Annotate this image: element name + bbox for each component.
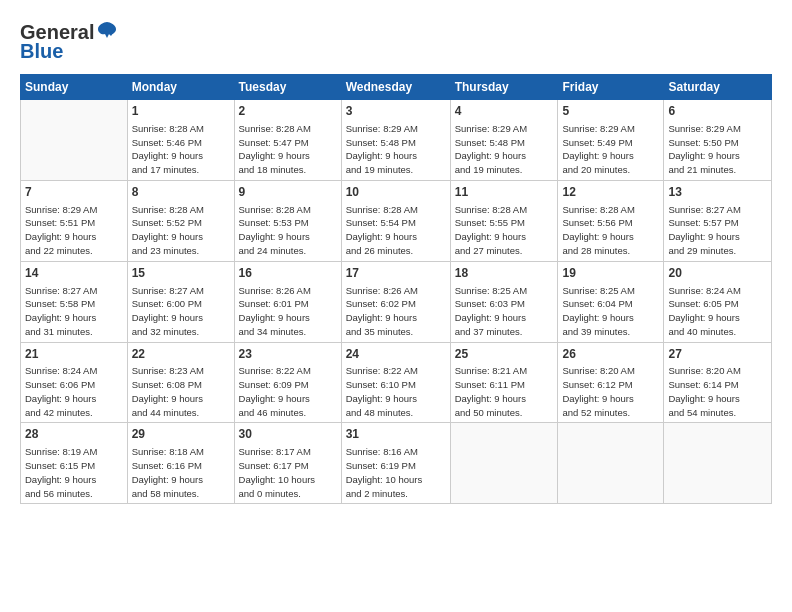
calendar-cell: 8Sunrise: 8:28 AM Sunset: 5:52 PM Daylig… [127,180,234,261]
day-number: 22 [132,346,230,363]
logo-bird-icon [96,20,118,42]
day-number: 2 [239,103,337,120]
day-number: 1 [132,103,230,120]
day-info: Sunrise: 8:29 AM Sunset: 5:49 PM Dayligh… [562,122,659,177]
day-info: Sunrise: 8:26 AM Sunset: 6:01 PM Dayligh… [239,284,337,339]
calendar-cell [21,100,128,181]
calendar-cell: 15Sunrise: 8:27 AM Sunset: 6:00 PM Dayli… [127,261,234,342]
calendar-cell: 16Sunrise: 8:26 AM Sunset: 6:01 PM Dayli… [234,261,341,342]
day-info: Sunrise: 8:26 AM Sunset: 6:02 PM Dayligh… [346,284,446,339]
day-number: 16 [239,265,337,282]
day-number: 17 [346,265,446,282]
day-info: Sunrise: 8:28 AM Sunset: 5:54 PM Dayligh… [346,203,446,258]
calendar-cell [664,423,772,504]
calendar-cell: 14Sunrise: 8:27 AM Sunset: 5:58 PM Dayli… [21,261,128,342]
day-number: 31 [346,426,446,443]
calendar-table: SundayMondayTuesdayWednesdayThursdayFrid… [20,74,772,504]
day-info: Sunrise: 8:22 AM Sunset: 6:10 PM Dayligh… [346,364,446,419]
weekday-header-sunday: Sunday [21,75,128,100]
day-info: Sunrise: 8:29 AM Sunset: 5:50 PM Dayligh… [668,122,767,177]
day-number: 4 [455,103,554,120]
calendar-page: General Blue SundayMondayTuesdayWednesda… [0,0,792,514]
day-info: Sunrise: 8:28 AM Sunset: 5:55 PM Dayligh… [455,203,554,258]
day-number: 19 [562,265,659,282]
day-info: Sunrise: 8:25 AM Sunset: 6:04 PM Dayligh… [562,284,659,339]
day-number: 18 [455,265,554,282]
calendar-cell: 7Sunrise: 8:29 AM Sunset: 5:51 PM Daylig… [21,180,128,261]
day-number: 25 [455,346,554,363]
calendar-cell: 5Sunrise: 8:29 AM Sunset: 5:49 PM Daylig… [558,100,664,181]
calendar-cell: 25Sunrise: 8:21 AM Sunset: 6:11 PM Dayli… [450,342,558,423]
day-info: Sunrise: 8:27 AM Sunset: 6:00 PM Dayligh… [132,284,230,339]
calendar-cell: 31Sunrise: 8:16 AM Sunset: 6:19 PM Dayli… [341,423,450,504]
day-number: 23 [239,346,337,363]
day-number: 29 [132,426,230,443]
day-info: Sunrise: 8:28 AM Sunset: 5:53 PM Dayligh… [239,203,337,258]
day-number: 21 [25,346,123,363]
day-info: Sunrise: 8:25 AM Sunset: 6:03 PM Dayligh… [455,284,554,339]
calendar-cell: 22Sunrise: 8:23 AM Sunset: 6:08 PM Dayli… [127,342,234,423]
day-info: Sunrise: 8:17 AM Sunset: 6:17 PM Dayligh… [239,445,337,500]
day-number: 10 [346,184,446,201]
day-number: 12 [562,184,659,201]
day-info: Sunrise: 8:27 AM Sunset: 5:57 PM Dayligh… [668,203,767,258]
day-info: Sunrise: 8:16 AM Sunset: 6:19 PM Dayligh… [346,445,446,500]
day-number: 14 [25,265,123,282]
day-number: 24 [346,346,446,363]
day-number: 13 [668,184,767,201]
day-number: 20 [668,265,767,282]
day-info: Sunrise: 8:22 AM Sunset: 6:09 PM Dayligh… [239,364,337,419]
calendar-cell: 17Sunrise: 8:26 AM Sunset: 6:02 PM Dayli… [341,261,450,342]
calendar-cell: 21Sunrise: 8:24 AM Sunset: 6:06 PM Dayli… [21,342,128,423]
weekday-header-saturday: Saturday [664,75,772,100]
day-info: Sunrise: 8:20 AM Sunset: 6:12 PM Dayligh… [562,364,659,419]
day-number: 5 [562,103,659,120]
calendar-cell: 19Sunrise: 8:25 AM Sunset: 6:04 PM Dayli… [558,261,664,342]
week-row-4: 28Sunrise: 8:19 AM Sunset: 6:15 PM Dayli… [21,423,772,504]
day-number: 26 [562,346,659,363]
day-number: 28 [25,426,123,443]
week-row-3: 21Sunrise: 8:24 AM Sunset: 6:06 PM Dayli… [21,342,772,423]
day-number: 7 [25,184,123,201]
day-info: Sunrise: 8:23 AM Sunset: 6:08 PM Dayligh… [132,364,230,419]
day-number: 8 [132,184,230,201]
calendar-cell: 24Sunrise: 8:22 AM Sunset: 6:10 PM Dayli… [341,342,450,423]
weekday-header-tuesday: Tuesday [234,75,341,100]
week-row-0: 1Sunrise: 8:28 AM Sunset: 5:46 PM Daylig… [21,100,772,181]
calendar-cell: 3Sunrise: 8:29 AM Sunset: 5:48 PM Daylig… [341,100,450,181]
weekday-header-wednesday: Wednesday [341,75,450,100]
day-info: Sunrise: 8:24 AM Sunset: 6:05 PM Dayligh… [668,284,767,339]
day-number: 27 [668,346,767,363]
calendar-cell: 2Sunrise: 8:28 AM Sunset: 5:47 PM Daylig… [234,100,341,181]
logo-blue-text: Blue [20,40,63,62]
day-info: Sunrise: 8:24 AM Sunset: 6:06 PM Dayligh… [25,364,123,419]
week-row-1: 7Sunrise: 8:29 AM Sunset: 5:51 PM Daylig… [21,180,772,261]
day-info: Sunrise: 8:28 AM Sunset: 5:46 PM Dayligh… [132,122,230,177]
weekday-header-monday: Monday [127,75,234,100]
day-info: Sunrise: 8:27 AM Sunset: 5:58 PM Dayligh… [25,284,123,339]
calendar-cell: 6Sunrise: 8:29 AM Sunset: 5:50 PM Daylig… [664,100,772,181]
weekday-header-friday: Friday [558,75,664,100]
calendar-cell: 30Sunrise: 8:17 AM Sunset: 6:17 PM Dayli… [234,423,341,504]
day-info: Sunrise: 8:28 AM Sunset: 5:47 PM Dayligh… [239,122,337,177]
day-number: 6 [668,103,767,120]
calendar-cell [450,423,558,504]
day-info: Sunrise: 8:29 AM Sunset: 5:48 PM Dayligh… [455,122,554,177]
day-info: Sunrise: 8:28 AM Sunset: 5:52 PM Dayligh… [132,203,230,258]
calendar-cell: 13Sunrise: 8:27 AM Sunset: 5:57 PM Dayli… [664,180,772,261]
calendar-cell: 11Sunrise: 8:28 AM Sunset: 5:55 PM Dayli… [450,180,558,261]
day-info: Sunrise: 8:19 AM Sunset: 6:15 PM Dayligh… [25,445,123,500]
day-info: Sunrise: 8:28 AM Sunset: 5:56 PM Dayligh… [562,203,659,258]
calendar-cell: 9Sunrise: 8:28 AM Sunset: 5:53 PM Daylig… [234,180,341,261]
day-info: Sunrise: 8:20 AM Sunset: 6:14 PM Dayligh… [668,364,767,419]
day-number: 15 [132,265,230,282]
day-info: Sunrise: 8:29 AM Sunset: 5:51 PM Dayligh… [25,203,123,258]
calendar-cell: 1Sunrise: 8:28 AM Sunset: 5:46 PM Daylig… [127,100,234,181]
calendar-cell: 10Sunrise: 8:28 AM Sunset: 5:54 PM Dayli… [341,180,450,261]
calendar-cell: 23Sunrise: 8:22 AM Sunset: 6:09 PM Dayli… [234,342,341,423]
calendar-cell: 27Sunrise: 8:20 AM Sunset: 6:14 PM Dayli… [664,342,772,423]
calendar-cell: 18Sunrise: 8:25 AM Sunset: 6:03 PM Dayli… [450,261,558,342]
calendar-cell: 29Sunrise: 8:18 AM Sunset: 6:16 PM Dayli… [127,423,234,504]
calendar-cell: 26Sunrise: 8:20 AM Sunset: 6:12 PM Dayli… [558,342,664,423]
day-number: 9 [239,184,337,201]
